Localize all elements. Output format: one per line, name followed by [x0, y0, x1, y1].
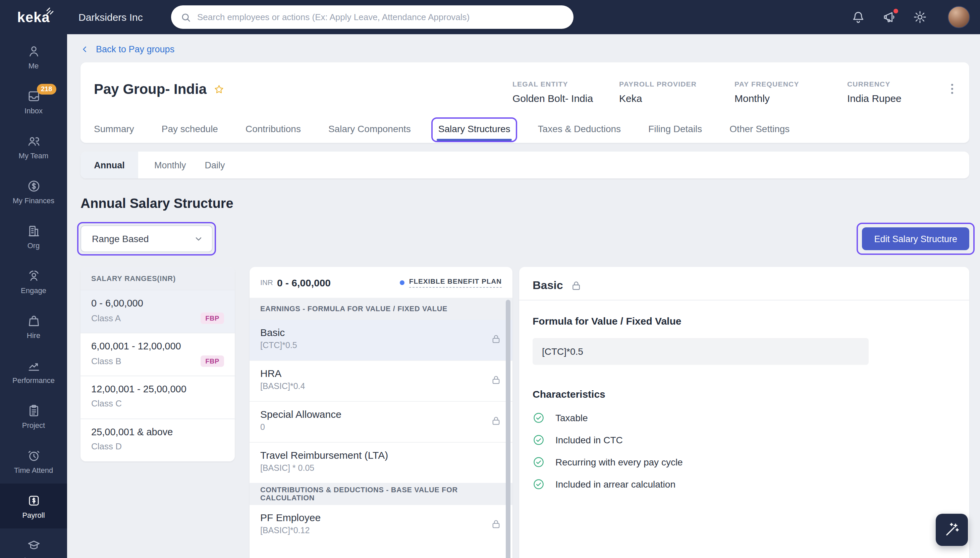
- sidebar-item-label: Learn: [24, 556, 43, 558]
- check-circle-icon: [533, 412, 545, 424]
- sidebar-item-label: Engage: [21, 287, 46, 294]
- component-row-special-allowance[interactable]: Special Allowance 0: [250, 401, 512, 442]
- sidebar-item-hire[interactable]: Hire: [0, 304, 67, 349]
- sidebar-item-payroll[interactable]: Payroll: [0, 484, 67, 528]
- payroll-icon: [26, 493, 41, 507]
- user-icon: [26, 44, 41, 58]
- characteristics-list: Taxable Included in CTC Recurring with e…: [533, 412, 956, 490]
- sidebar-item-label: Inbox: [25, 107, 43, 114]
- check-circle-icon: [533, 434, 545, 446]
- sidebar-item-label: Hire: [27, 332, 40, 339]
- sidebar-item-my-team[interactable]: My Team: [0, 124, 67, 169]
- sidebar-item-label: My Finances: [13, 197, 55, 204]
- component-row-basic[interactable]: Basic [CTC]*0.5: [250, 319, 512, 360]
- component-detail-title: Basic: [533, 279, 563, 292]
- sidebar-item-label: Payroll: [22, 511, 44, 519]
- salary-components-card: INR 0 - 6,00,000 FLEXIBLE BENEFIT PLAN E…: [250, 267, 512, 558]
- tab-taxes-deductions[interactable]: Taxes & Deductions: [538, 115, 621, 143]
- tab-contributions[interactable]: Contributions: [246, 115, 301, 143]
- currency-code: INR: [260, 278, 273, 286]
- structure-type-dropdown[interactable]: Range Based: [80, 225, 213, 252]
- check-circle-icon: [533, 456, 545, 468]
- magic-wand-icon: [944, 522, 960, 538]
- dropdown-selected-value: Range Based: [92, 233, 149, 244]
- sidebar-item-engage[interactable]: Engage: [0, 259, 67, 304]
- contributions-section-header: CONTRIBUTIONS & DEDUCTIONS - BASE VALUE …: [250, 483, 512, 504]
- favorite-star-icon[interactable]: [213, 84, 225, 95]
- earnings-section-header: EARNINGS - FORMULA FOR VALUE / FIXED VAL…: [250, 298, 512, 319]
- learn-icon: [26, 538, 41, 552]
- global-search[interactable]: [171, 5, 573, 29]
- confetti-icon: [46, 6, 55, 15]
- fbp-legend-label[interactable]: FLEXIBLE BENEFIT PLAN: [409, 277, 502, 287]
- dollar-circle-icon: [26, 179, 41, 193]
- formula-label: Formula for Value / Fixed Value: [533, 315, 681, 327]
- characteristic-item: Included in arrear calculation: [533, 478, 956, 490]
- meta-legal-entity: LEGAL ENTITY Golden Bolt- India: [512, 80, 593, 104]
- engage-icon: [26, 269, 41, 283]
- edit-salary-structure-button[interactable]: Edit Salary Structure: [862, 227, 969, 250]
- keka-logo-text: keka: [17, 9, 50, 25]
- search-icon: [181, 12, 191, 23]
- sidebar-item-inbox[interactable]: Inbox 218: [0, 79, 67, 124]
- user-avatar[interactable]: [948, 6, 970, 28]
- bell-icon[interactable]: [851, 10, 865, 24]
- lock-icon: [490, 374, 502, 386]
- lock-icon: [490, 519, 502, 530]
- page-title: Pay Group- India: [94, 81, 207, 97]
- component-row-travel-reimbursement[interactable]: Travel Reimbursement (LTA) [BASIC] * 0.0…: [250, 442, 512, 483]
- salary-range-row[interactable]: 0 - 6,00,000 Class A FBP: [80, 290, 235, 333]
- salary-range-row[interactable]: 12,00,001 - 25,00,000 Class C: [80, 376, 235, 419]
- component-row-pf-employee[interactable]: PF Employee [BASIC]*0.12: [250, 504, 512, 545]
- characteristic-item: Taxable: [533, 412, 956, 424]
- characteristic-item: Recurring with every pay cycle: [533, 456, 956, 468]
- subtab-monthly[interactable]: Monthly: [145, 152, 195, 179]
- salary-range-row[interactable]: 25,00,001 & above Class D: [80, 419, 235, 461]
- tab-filing-details[interactable]: Filing Details: [648, 115, 702, 143]
- period-subtabs: Annual Monthly Daily: [80, 152, 969, 179]
- sidebar-item-time-attend[interactable]: Time Attend: [0, 438, 67, 484]
- sidebar-item-org[interactable]: Org: [0, 214, 67, 259]
- search-input[interactable]: [197, 12, 564, 22]
- alarm-clock-icon: [26, 448, 41, 463]
- pay-group-tabs: Summary Pay schedule Contributions Salar…: [80, 115, 969, 143]
- tab-salary-structures[interactable]: Salary Structures: [438, 115, 511, 143]
- gear-icon[interactable]: [913, 10, 927, 24]
- sidebar-item-learn[interactable]: Learn: [0, 528, 67, 558]
- characteristics-label: Characteristics: [533, 388, 956, 400]
- keka-logo[interactable]: keka: [0, 0, 67, 34]
- back-to-pay-groups-link[interactable]: Back to Pay groups: [80, 44, 174, 54]
- tab-other-settings[interactable]: Other Settings: [729, 115, 790, 143]
- sidebar-item-label: Project: [22, 422, 45, 429]
- tab-pay-schedule[interactable]: Pay schedule: [162, 115, 218, 143]
- characteristic-item: Included in CTC: [533, 434, 956, 446]
- salary-range-row[interactable]: 6,00,001 - 12,00,000 Class B FBP: [80, 333, 235, 376]
- briefcase-icon: [26, 313, 41, 328]
- assistant-fab[interactable]: [936, 514, 968, 546]
- meta-payroll-provider: PAYROLL PROVIDER Keka: [619, 80, 697, 104]
- subtab-daily[interactable]: Daily: [195, 152, 235, 179]
- meta-pay-frequency: PAY FREQUENCY Monthly: [734, 80, 799, 104]
- tab-salary-components[interactable]: Salary Components: [328, 115, 411, 143]
- company-name: Darksiders Inc: [79, 11, 143, 23]
- sidebar-item-label: Time Attend: [14, 466, 53, 474]
- component-row-hra[interactable]: HRA [BASIC]*0.4: [250, 360, 512, 401]
- lock-icon: [571, 279, 583, 291]
- inbox-count-badge: 218: [37, 84, 56, 95]
- more-options-icon[interactable]: [949, 81, 956, 97]
- topbar: keka Darksiders Inc: [0, 0, 980, 34]
- section-title: Annual Salary Structure: [80, 196, 969, 211]
- clipboard-icon: [26, 404, 41, 417]
- sidebar-item-label: Me: [28, 62, 39, 69]
- sidebar-item-performance[interactable]: Performance: [0, 349, 67, 394]
- components-scrollbar[interactable]: [506, 300, 511, 558]
- notification-dot: [893, 8, 899, 14]
- sidebar-item-my-finances[interactable]: My Finances: [0, 169, 67, 214]
- sidebar-item-me[interactable]: Me: [0, 34, 67, 79]
- subtab-annual[interactable]: Annual: [80, 152, 138, 179]
- announcements-icon[interactable]: [882, 10, 896, 24]
- selected-range: 0 - 6,00,000: [277, 277, 331, 288]
- sidebar-item-project[interactable]: Project: [0, 394, 67, 438]
- tab-summary[interactable]: Summary: [94, 115, 134, 143]
- chevron-down-icon: [194, 234, 203, 243]
